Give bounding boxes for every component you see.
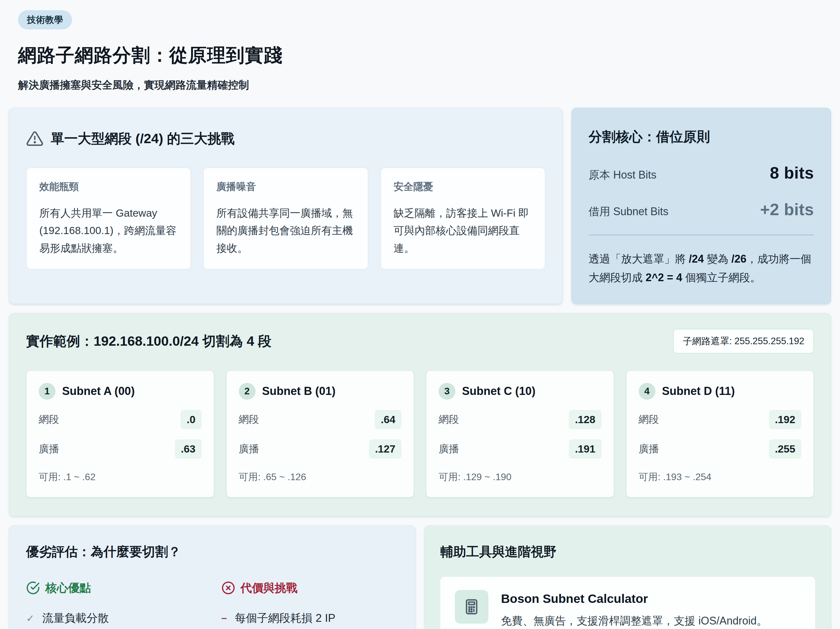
broadcast-label: 廣播 [439,442,459,456]
subnet-name: Subnet A (00) [62,385,135,398]
example-title: 實作範例：192.168.100.0/24 切割為 4 段 [26,332,272,350]
subnet-card-a: 1 Subnet A (00) 網段 .0 廣播 .63 可用: .1 ~ .6… [26,370,214,498]
example-header: 實作範例：192.168.100.0/24 切割為 4 段 子網路遮罩: 255… [26,329,814,354]
broadcast-value: .63 [175,439,202,458]
note-strong: 2^2 = 4 [646,271,682,284]
category-badge: 技術教學 [18,10,72,29]
broadcast-value: .127 [369,439,401,458]
boson-app-card: Boson Subnet Calculator 免費、無廣告，支援滑桿調整遮罩，… [441,577,815,629]
evaluation-title: 優劣評估：為什麼要切割？ [26,543,398,561]
tools-title: 輔助工具與進階視野 [441,543,815,561]
network-value: .0 [181,410,201,429]
subnet-name: Subnet D (11) [662,385,735,398]
evaluation-card: 優劣評估：為什麼要切割？ 核心優點 ✓ 流量負載 [9,525,415,629]
subnet-number-badge: 1 [39,383,55,400]
cons-item-text: 每個子網段耗損 2 IP [235,611,335,626]
pros-item: ✓ 流量負載分散 [26,611,204,626]
subnet-head: 2 Subnet B (01) [239,383,402,400]
subnet-name: Subnet C (10) [462,385,535,398]
subnet-head: 1 Subnet A (00) [39,383,202,400]
borrow-label: 借用 Subnet Bits [589,204,668,219]
subnet-broadcast-row: 廣播 .255 [639,439,802,458]
boson-app-name: Boson Subnet Calculator [501,592,767,606]
page-subtitle: 解決廣播擁塞與安全風險，實現網路流量精確控制 [18,78,831,92]
challenges-card: 單一大型網段 (/24) 的三大挑戰 效能瓶頸 所有人共用單一 Gateway … [9,108,562,304]
subnet-head: 4 Subnet D (11) [639,383,802,400]
subnet-network-row: 網段 .0 [39,410,202,429]
challenge-body: 所有設備共享同一廣播域，無關的廣播封包會強迫所有主機接收。 [216,204,355,257]
broadcast-label: 廣播 [639,442,659,456]
subnet-mask-tag: 子網路遮罩: 255.255.255.192 [673,329,814,354]
borrow-value: +2 bits [760,200,814,219]
broadcast-label: 廣播 [39,442,59,456]
subnet-broadcast-row: 廣播 .191 [439,439,602,458]
challenge-item: 安全隱憂 缺乏隔離，訪客接上 Wi-Fi 即可與內部核心設備同網段直連。 [381,168,545,269]
pros-column: 核心優點 ✓ 流量負載分散 ✓ 廣播範圍受控 ✓ 提升隔離與安全性 [26,580,204,629]
subnet-number-badge: 3 [439,383,455,400]
borrow-note: 透過「放大遮罩」將 /24 變為 /26，成功將一個大網段切成 2^2 = 4 … [589,250,814,287]
borrow-divider [589,235,814,235]
challenge-title: 廣播噪音 [216,180,355,194]
network-label: 網段 [439,412,459,427]
subnet-broadcast-row: 廣播 .127 [239,439,402,458]
minus-bullet-icon: − [221,613,227,624]
network-label: 網段 [239,412,259,427]
page-title: 網路子網路分割：從原理到實踐 [18,43,831,68]
subnet-card-d: 4 Subnet D (11) 網段 .192 廣播 .255 可用: .193… [626,370,814,498]
challenge-item: 效能瓶頸 所有人共用單一 Gateway (192.168.100.1)，跨網流… [26,168,191,269]
note-text: 變為 [704,253,731,265]
note-text: 個獨立子網段。 [682,271,761,284]
tools-card: 輔助工具與進階視野 [425,525,831,629]
row-evaluation-and-tools: 優劣評估：為什麼要切割？ 核心優點 ✓ 流量負載 [9,525,831,629]
borrow-value: 8 bits [770,163,814,182]
borrow-principle-card: 分割核心：借位原則 原本 Host Bits 8 bits 借用 Subnet … [572,108,831,304]
subnet-number-badge: 4 [639,383,655,400]
broadcast-value: .191 [569,439,601,458]
note-strong: /24 [689,253,704,265]
subnet-grid: 1 Subnet A (00) 網段 .0 廣播 .63 可用: .1 ~ .6… [26,370,814,498]
borrow-heading: 分割核心：借位原則 [589,128,814,146]
challenge-title: 效能瓶頸 [39,180,178,194]
row-challenges-and-borrow: 單一大型網段 (/24) 的三大挑戰 效能瓶頸 所有人共用單一 Gateway … [9,108,831,304]
subnet-network-row: 網段 .64 [239,410,402,429]
note-text: 透過「放大遮罩」將 [589,253,689,265]
cons-title: 代價與挑戰 [241,580,298,596]
subnet-number-badge: 2 [239,383,256,400]
pros-item-text: 流量負載分散 [42,611,109,626]
usable-range: 可用: .1 ~ .62 [39,471,202,484]
challenge-grid: 效能瓶頸 所有人共用單一 Gateway (192.168.100.1)，跨網流… [26,168,545,269]
boson-app-desc: 免費、無廣告，支援滑桿調整遮罩，支援 iOS/Android。 [501,614,767,628]
subnet-broadcast-row: 廣播 .63 [39,439,202,458]
challenge-title: 安全隱憂 [393,180,532,194]
network-value: .192 [769,410,801,429]
check-bullet-icon: ✓ [26,613,35,624]
calculator-icon [463,598,480,615]
borrow-row-subnet-bits: 借用 Subnet Bits +2 bits [589,200,814,219]
check-circle-icon [26,581,40,595]
challenges-title: 單一大型網段 (/24) 的三大挑戰 [51,130,235,148]
network-value: .64 [375,410,401,429]
warning-icon [26,130,44,147]
network-value: .128 [569,410,601,429]
cons-heading: 代價與挑戰 [221,580,399,596]
example-card: 實作範例：192.168.100.0/24 切割為 4 段 子網路遮罩: 255… [9,313,831,517]
subnet-network-row: 網段 .192 [639,410,802,429]
challenge-body: 所有人共用單一 Gateway (192.168.100.1)，跨網流量容易形成… [39,204,178,257]
challenge-item: 廣播噪音 所有設備共享同一廣播域，無關的廣播封包會強迫所有主機接收。 [203,168,368,269]
infographic-page: 技術教學 網路子網路分割：從原理到實踐 解決廣播擁塞與安全風險，實現網路流量精確… [0,0,840,629]
cons-item: − 每個子網段耗損 2 IP [221,611,399,626]
subnet-card-c: 3 Subnet C (10) 網段 .128 廣播 .191 可用: .129… [426,370,614,498]
evaluation-columns: 核心優點 ✓ 流量負載分散 ✓ 廣播範圍受控 ✓ 提升隔離與安全性 [26,580,398,629]
broadcast-label: 廣播 [239,442,259,456]
cons-column: 代價與挑戰 − 每個子網段耗損 2 IP − 配置 Gateway 較複雜 [221,580,399,629]
network-label: 網段 [39,412,59,427]
network-label: 網段 [639,412,659,427]
calculator-icon-box [455,590,488,624]
pros-title: 核心優點 [45,580,91,596]
page-header: 技術教學 網路子網路分割：從原理到實踐 解決廣播擁塞與安全風險，實現網路流量精確… [9,8,831,92]
usable-range: 可用: .129 ~ .190 [439,471,602,484]
challenges-heading: 單一大型網段 (/24) 的三大挑戰 [26,130,545,148]
challenge-body: 缺乏隔離，訪客接上 Wi-Fi 即可與內部核心設備同網段直連。 [393,204,532,257]
subnet-name: Subnet B (01) [262,385,336,398]
usable-range: 可用: .193 ~ .254 [639,471,802,484]
